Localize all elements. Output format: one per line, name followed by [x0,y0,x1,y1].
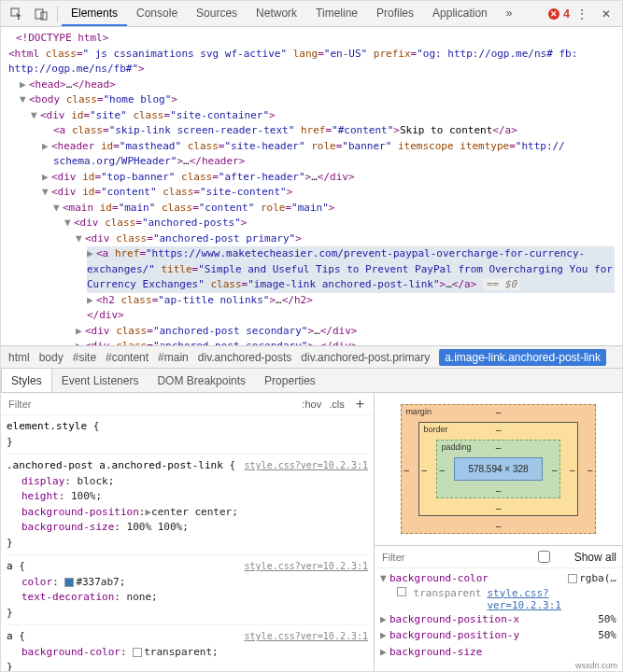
subtab-eventlisteners[interactable]: Event Listeners [52,369,149,392]
dollar-zero: == $0 [483,278,519,290]
computed-filter-row: Show all [375,546,622,568]
tab-timeline[interactable]: Timeline [306,1,367,26]
crumb[interactable]: div.anchored-post.primary [301,351,430,364]
dom-line[interactable]: <div class="anchored-post secondary"> [85,340,314,346]
dom-line[interactable]: <head> [29,78,66,91]
error-count[interactable]: ✕ 4 [548,7,570,21]
css-rule[interactable]: style.css?ver=10.2.3:1 a { color: #337ab… [7,559,368,621]
inspect-icon[interactable] [5,4,29,24]
dom-line[interactable]: <a class="skip-link screen-reader-text" … [53,124,400,136]
dom-line[interactable]: <div class="anchored-post primary"> [85,232,302,245]
crumb-active[interactable]: a.image-link.anchored-post-link [439,349,606,366]
color-swatch[interactable] [133,648,142,657]
computed-filter-input[interactable] [380,551,513,564]
dom-line[interactable]: </div> [87,309,124,321]
watermark: wsxdn.com [575,661,617,670]
crumb[interactable]: #content [106,351,149,364]
devtools-toolbar: Elements Console Sources Network Timelin… [1,1,622,27]
dom-line[interactable]: <body class="home blog"> [29,93,177,105]
tab-more[interactable]: » [497,1,522,26]
styles-body[interactable]: element.style { } style.css?ver=10.2.3:1… [1,415,374,671]
styles-subtabs: Styles Event Listeners DOM Breakpoints P… [1,369,622,393]
doctype: <!DOCTYPE html> [16,32,108,44]
box-model: margin – – – – border – – – – padding – … [375,393,622,546]
kebab-menu-icon[interactable]: ⋮ [570,4,594,24]
dom-line[interactable]: <header id="masthead" class="site-header… [51,140,565,152]
source-link[interactable]: style.css?ver=10.2.3:1 [245,629,368,643]
showall-label: Show all [574,551,616,564]
svg-rect-1 [35,9,43,19]
crumb[interactable]: #main [158,351,189,364]
crumb[interactable]: html [8,351,30,364]
dom-line-cont: schema.org/WPHeader" [53,155,177,167]
crumb[interactable]: #site [73,351,96,364]
dom-line[interactable]: <div id="site" class="site-container"> [40,109,276,121]
styles-filter-input[interactable] [7,398,294,411]
computed-row[interactable]: ▶ background-position-x 50% [380,611,616,628]
main-tabs: Elements Console Sources Network Timelin… [62,1,521,26]
bm-padding[interactable]: padding – – – – 578.594 × 328 [436,440,559,498]
computed-row[interactable]: ▶ background-size [380,644,616,661]
tab-profiles[interactable]: Profiles [367,1,423,26]
dom-line[interactable]: <div class="anchored-post secondary"> [85,325,314,337]
crumb[interactable]: div.anchored-posts [198,351,292,364]
dom-line[interactable]: <html class=" js cssanimations svg wf-ac… [8,48,577,60]
error-number: 4 [563,7,570,21]
dom-line[interactable]: <div id="content" class="site-content"> [51,186,292,198]
color-swatch [397,587,406,596]
hov-toggle[interactable]: :hov [302,399,321,410]
styles-filter-row: :hov .cls + [1,393,374,415]
dom-line[interactable]: <div class="anchored-posts"> [74,217,247,229]
add-rule-button[interactable]: + [352,396,368,413]
source-link[interactable]: style.css?ver=10.2.3:1 [487,587,616,611]
tab-console[interactable]: Console [127,1,187,26]
bm-border[interactable]: border – – – – padding – – – – 578.594 ×… [418,422,577,516]
computed-row[interactable]: ▶ background-position-y 50% [380,627,616,644]
computed-list[interactable]: ▼ background-color rgba(… transparent st… [375,568,622,671]
device-icon[interactable] [29,4,53,24]
color-swatch[interactable] [64,578,74,587]
cls-toggle[interactable]: .cls [329,399,345,410]
computed-sub[interactable]: transparent style.css?ver=10.2.3:1 [380,587,616,611]
elements-tree[interactable]: <!DOCTYPE html> <html class=" js cssanim… [1,27,622,346]
source-link[interactable]: style.css?ver=10.2.3:1 [245,458,368,472]
bm-margin[interactable]: margin – – – – border – – – – padding – … [401,404,595,534]
dom-line[interactable]: <main id="main" class="content" role="ma… [63,202,334,214]
subtab-dombreakpoints[interactable]: DOM Breakpoints [148,369,255,392]
dom-line-cont: http://ogp.me/ns/fb#" [8,63,138,75]
dom-line[interactable]: <h2 class="ap-title nolinks"> [96,294,276,306]
selected-node[interactable]: <a href="https://www.maketecheasier.com/… [87,247,613,290]
divider [57,6,58,22]
subtab-properties[interactable]: Properties [255,369,325,392]
color-swatch [568,574,577,583]
css-rule[interactable]: element.style { } [7,419,368,450]
tab-sources[interactable]: Sources [187,1,247,26]
crumb[interactable]: body [39,351,64,364]
styles-pane: :hov .cls + element.style { } style.css?… [1,393,375,671]
css-rule[interactable]: style.css?ver=10.2.3:1 a { background-co… [7,629,368,671]
lower-panels: :hov .cls + element.style { } style.css?… [1,393,622,671]
tab-network[interactable]: Network [247,1,306,26]
dom-line[interactable]: <div id="top-banner" class="after-header… [51,171,311,183]
close-icon[interactable]: ✕ [594,4,618,24]
error-icon: ✕ [548,8,559,20]
css-rule[interactable]: style.css?ver=10.2.3:1 .anchored-post a.… [7,458,368,551]
computed-pane: margin – – – – border – – – – padding – … [375,393,622,671]
source-link[interactable]: style.css?ver=10.2.3:1 [245,559,368,573]
showall-checkbox[interactable] [522,551,566,563]
tab-application[interactable]: Application [423,1,497,26]
tab-elements[interactable]: Elements [62,1,127,26]
computed-row[interactable]: ▼ background-color rgba(… [380,570,616,587]
bm-content[interactable]: 578.594 × 328 [454,457,542,481]
subtab-styles[interactable]: Styles [1,369,52,392]
breadcrumb: html body #site #content #main div.ancho… [1,346,622,369]
